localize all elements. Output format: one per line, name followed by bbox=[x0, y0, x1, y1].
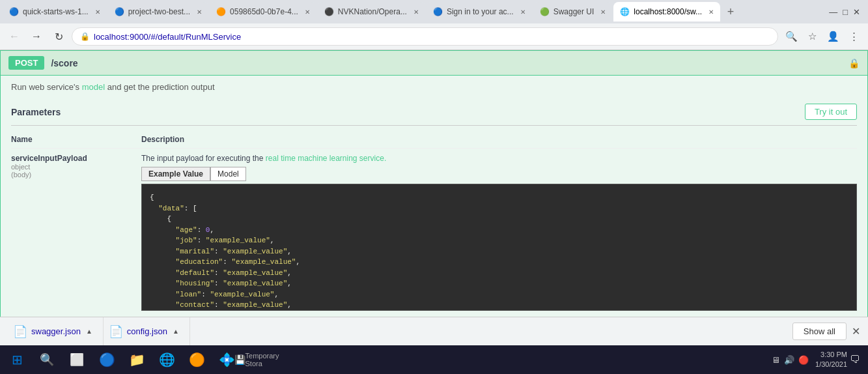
tab-favicon-6: 🟢 bbox=[540, 7, 550, 16]
temp-storage-icon: 💾 bbox=[234, 354, 245, 365]
param-type: object bbox=[11, 163, 141, 171]
address-bar[interactable]: 🔒 localhost:9000/#/default/RunMLService bbox=[72, 27, 778, 46]
reload-button[interactable]: ↻ bbox=[49, 27, 68, 46]
taskbar-start-button[interactable]: ⊞ bbox=[3, 347, 31, 373]
param-table: Name Description serviceInputPayload obj… bbox=[11, 131, 857, 346]
download-name-2: config.json bbox=[127, 326, 167, 336]
ie-icon: 🔵 bbox=[99, 352, 115, 367]
tab-bar: 🔵 quick-starts-ws-1... ✕ 🔵 project-two-b… bbox=[0, 0, 868, 23]
taskbar: ⊞ 🔍 ⬜ 🔵 📁 🌐 🟠 💠 💾 Temporary Stora 🖥 🔊 🔴 … bbox=[0, 345, 868, 374]
taskbar-date-display: 1/30/2021 bbox=[815, 360, 847, 369]
address-text: localhost:9000/#/default/RunMLService bbox=[94, 32, 241, 42]
tab-favicon-1: 🔵 bbox=[9, 7, 19, 16]
tab-label-5: Sign in to your ac... bbox=[447, 7, 514, 16]
tab-2[interactable]: 🔵 project-two-best... ✕ bbox=[108, 2, 208, 22]
tab-5[interactable]: 🔵 Sign in to your ac... ✕ bbox=[427, 2, 532, 22]
tab-close-2[interactable]: ✕ bbox=[197, 8, 202, 16]
address-bar-row: ← → ↻ 🔒 localhost:9000/#/default/RunMLSe… bbox=[0, 23, 868, 50]
col-header-name: Name bbox=[11, 135, 141, 144]
taskbar-task-view[interactable]: ⬜ bbox=[63, 347, 91, 373]
description-text: Run web service's model and get the pred… bbox=[11, 82, 215, 92]
download-name-1: swagger.json bbox=[31, 326, 81, 336]
taskbar-search-button[interactable]: 🔍 bbox=[33, 347, 61, 373]
lock-icon: 🔒 bbox=[80, 32, 90, 41]
download-item-1[interactable]: 📄 swagger.json ▲ bbox=[8, 317, 104, 345]
toolbar-icons: 🔍 ☆ 👤 ⋮ bbox=[782, 27, 863, 46]
tab-label-4: NVKNation/Opera... bbox=[338, 7, 407, 16]
taskbar-file-explorer-button[interactable]: 📁 bbox=[122, 347, 151, 373]
new-tab-button[interactable]: + bbox=[721, 3, 740, 21]
tab-close-5[interactable]: ✕ bbox=[520, 8, 525, 16]
tab-favicon-7: 🌐 bbox=[620, 7, 630, 16]
maximize-icon[interactable]: □ bbox=[843, 7, 848, 17]
tab-favicon-2: 🔵 bbox=[115, 7, 124, 16]
window-controls: — □ ✕ bbox=[829, 7, 865, 17]
tab-close-6[interactable]: ✕ bbox=[600, 8, 606, 16]
tab-close-1[interactable]: ✕ bbox=[95, 8, 100, 16]
endpoint-lock-icon: 🔒 bbox=[848, 58, 860, 68]
code-editor[interactable]: { "data": [ { "age": 0, "job": "example_… bbox=[141, 184, 857, 311]
downloads-close-icon[interactable]: ✕ bbox=[852, 325, 860, 338]
endpoint-description: Run web service's model and get the pred… bbox=[1, 76, 867, 98]
task-view-icon: ⬜ bbox=[70, 352, 84, 367]
ie2-icon: 🌐 bbox=[159, 352, 175, 367]
chrome-icon: 🟠 bbox=[189, 352, 205, 367]
tab-label-7: localhost:8000/sw... bbox=[634, 7, 702, 16]
param-name: serviceInputPayload bbox=[11, 154, 141, 163]
parameters-header: Parameters Try it out bbox=[11, 98, 857, 126]
try-it-out-button[interactable]: Try it out bbox=[805, 104, 857, 120]
tab-3[interactable]: 🟠 059865d0-0b7e-4... ✕ bbox=[210, 2, 316, 22]
taskbar-ie2-button[interactable]: 🌐 bbox=[152, 347, 181, 373]
taskbar-search-icon: 🔍 bbox=[40, 352, 54, 367]
taskbar-time-display: 3:30 PM bbox=[815, 350, 847, 360]
close-window-icon[interactable]: ✕ bbox=[853, 7, 860, 17]
taskbar-ie-button[interactable]: 🔵 bbox=[92, 347, 121, 373]
tab-label-6: Swagger UI bbox=[553, 7, 595, 16]
tab-close-4[interactable]: ✕ bbox=[413, 8, 419, 16]
tab-label-3: 059865d0-0b7e-4... bbox=[230, 7, 298, 16]
real-time-link[interactable]: real time machine learning service. bbox=[266, 154, 386, 163]
menu-icon[interactable]: ⋮ bbox=[845, 27, 863, 46]
endpoint-section: POST /score 🔒 Run web service's model an… bbox=[0, 50, 868, 346]
file-explorer-icon: 📁 bbox=[129, 352, 145, 367]
tab-close-3[interactable]: ✕ bbox=[305, 8, 310, 16]
endpoint-path: /score bbox=[51, 58, 77, 68]
param-desc-text: The input payload for executing the real… bbox=[141, 154, 857, 163]
http-method-badge: POST bbox=[8, 56, 44, 70]
browser-chrome: 🔵 quick-starts-ws-1... ✕ 🔵 project-two-b… bbox=[0, 0, 868, 50]
example-value-tab[interactable]: Example Value bbox=[141, 167, 210, 181]
search-toolbar-icon[interactable]: 🔍 bbox=[782, 27, 800, 46]
profile-icon[interactable]: 👤 bbox=[824, 27, 842, 46]
tab-6[interactable]: 🟢 Swagger UI ✕ bbox=[533, 2, 613, 22]
tab-favicon-5: 🔵 bbox=[433, 7, 443, 16]
model-tab[interactable]: Model bbox=[210, 167, 246, 181]
taskbar-clock[interactable]: 3:30 PM 1/30/2021 bbox=[815, 350, 847, 370]
taskbar-right: 🖥 🔊 🔴 3:30 PM 1/30/2021 🗨 bbox=[768, 350, 865, 370]
main-content: POST /score 🔒 Run web service's model an… bbox=[0, 50, 868, 346]
tab-1[interactable]: 🔵 quick-starts-ws-1... ✕ bbox=[3, 2, 107, 22]
model-link[interactable]: model bbox=[82, 82, 105, 92]
bookmark-icon[interactable]: ☆ bbox=[803, 27, 821, 46]
tab-7-active[interactable]: 🌐 localhost:8000/sw... ✕ bbox=[613, 2, 720, 22]
download-file-icon-1: 📄 bbox=[13, 324, 27, 339]
show-all-button[interactable]: Show all bbox=[792, 323, 847, 340]
app-icon: 💠 bbox=[219, 352, 235, 367]
download-chevron-1[interactable]: ▲ bbox=[86, 328, 92, 335]
volume-icon: 🔊 bbox=[784, 355, 794, 365]
sys-tray: 🖥 🔊 🔴 bbox=[768, 355, 813, 365]
col-header-description: Description bbox=[141, 135, 857, 144]
tab-4[interactable]: ⚫ NVKNation/Opera... ✕ bbox=[318, 2, 425, 22]
tab-close-7[interactable]: ✕ bbox=[708, 8, 714, 16]
parameters-section: Parameters Try it out Name Description s… bbox=[1, 98, 867, 346]
minimize-icon[interactable]: — bbox=[829, 7, 837, 17]
taskbar-chrome-button[interactable]: 🟠 bbox=[182, 347, 211, 373]
download-chevron-2[interactable]: ▲ bbox=[173, 328, 179, 335]
tab-label-1: quick-starts-ws-1... bbox=[23, 7, 89, 16]
parameters-title: Parameters bbox=[11, 107, 61, 117]
download-item-2[interactable]: 📄 config.json ▲ bbox=[104, 317, 190, 345]
taskbar-temp-storage[interactable]: 💾 Temporary Stora bbox=[242, 347, 271, 373]
notification-center-icon[interactable]: 🗨 bbox=[850, 354, 860, 366]
forward-button[interactable]: → bbox=[27, 27, 46, 46]
back-button[interactable]: ← bbox=[5, 27, 23, 46]
download-file-icon-2: 📄 bbox=[109, 324, 123, 339]
